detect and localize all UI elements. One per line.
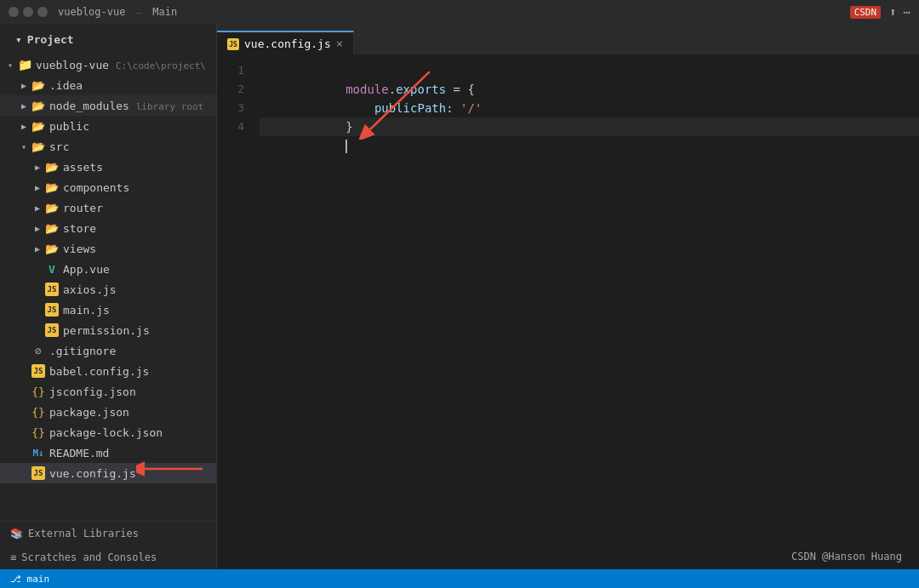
share-icon[interactable]: ⬆ xyxy=(889,5,896,19)
sidebar-footer-scratches[interactable]: ≡ Scratches and Consoles xyxy=(0,545,216,569)
tree-arrow-node-modules: ▶ xyxy=(17,101,31,111)
tree-item-gitignore[interactable]: ⊘ .gitignore xyxy=(0,340,216,361)
tree-label-axios-js: axios.js xyxy=(63,283,216,296)
git-branch: Main xyxy=(152,6,177,18)
status-bar: ⎇ main xyxy=(0,569,919,588)
folder-icon-assets: 📂 xyxy=(44,161,60,174)
tree-label-idea: .idea xyxy=(49,79,216,92)
maximize-button[interactable] xyxy=(23,7,33,17)
tree-item-app-vue[interactable]: V App.vue xyxy=(0,259,216,279)
tree-label-gitignore: .gitignore xyxy=(49,345,216,357)
sidebar-footer-external-libraries[interactable]: 📚 External Libraries xyxy=(0,522,216,545)
tree-label-views: views xyxy=(63,243,216,255)
titlebar-sep1: – xyxy=(135,6,142,19)
csdn-badge: CSDN xyxy=(850,6,882,19)
tree-arrow-views: ▶ xyxy=(31,244,44,254)
tree-item-vue-config-js[interactable]: JS vue.config.js xyxy=(0,463,216,483)
project-name: vueblog-vue xyxy=(58,6,125,18)
tree-item-readme-md[interactable]: M↓ README.md xyxy=(0,442,216,463)
cursor xyxy=(345,140,347,153)
sidebar-chevron-icon[interactable]: ▾ xyxy=(15,33,22,46)
md-file-icon: M↓ xyxy=(31,448,46,459)
tree-arrow-assets: ▶ xyxy=(31,163,44,172)
tab-vue-config-js[interactable]: JS vue.config.js × xyxy=(217,31,354,54)
tree-arrow-components: ▶ xyxy=(31,183,44,192)
tree-item-router[interactable]: ▶ 📂 router xyxy=(0,197,216,218)
folder-icon-idea: 📂 xyxy=(31,79,46,92)
line-numbers: 1 2 3 4 xyxy=(217,54,251,569)
tree-arrow-public: ▶ xyxy=(17,122,31,131)
line-num-3: 3 xyxy=(217,99,244,117)
tree-label-permission-js: permission.js xyxy=(63,324,216,337)
folder-icon-components: 📂 xyxy=(44,181,60,194)
sidebar-footer: 📚 External Libraries ≡ Scratches and Con… xyxy=(0,521,216,569)
folder-icon-store: 📂 xyxy=(44,222,60,235)
tab-icon-vue-config: JS xyxy=(227,37,239,51)
watermark: CSDN @Hanson Huang xyxy=(791,551,902,562)
sidebar-header: ▾ Project xyxy=(0,24,216,54)
tree-item-babel-config[interactable]: JS babel.config.js xyxy=(0,361,216,381)
titlebar: vueblog-vue – Main CSDN ⬆ ⋯ xyxy=(0,0,919,24)
window-controls[interactable] xyxy=(9,7,48,17)
js-file-icon-babel: JS xyxy=(31,364,46,378)
tree-label-readme-md: README.md xyxy=(49,447,216,460)
tree-label-public: public xyxy=(49,120,216,133)
folder-icon-node-modules: 📂 xyxy=(31,100,46,112)
tree-arrow-idea: ▶ xyxy=(17,81,31,90)
close-button[interactable] xyxy=(37,7,48,17)
more-icon[interactable]: ⋯ xyxy=(904,5,910,19)
tab-bar: JS vue.config.js × xyxy=(217,24,919,54)
json-file-icon-package: {} xyxy=(31,405,46,419)
keyword-module: module xyxy=(345,83,389,96)
code-area[interactable]: module.exports = { publicPath: '/' } xyxy=(251,54,919,569)
tree-item-public[interactable]: ▶ 📂 public xyxy=(0,116,216,136)
tree-label-vueblog-vue: vueblog-vue C:\code\project\ xyxy=(36,59,216,71)
tab-close-vue-config[interactable]: × xyxy=(336,37,343,49)
folder-icon-public: 📂 xyxy=(31,120,46,133)
tree-item-jsconfig-json[interactable]: {} jsconfig.json xyxy=(0,381,216,402)
tree-label-assets: assets xyxy=(63,161,216,174)
tree-item-package-lock-json[interactable]: {} package-lock.json xyxy=(0,422,216,442)
folder-icon-router: 📂 xyxy=(44,202,60,214)
tree-item-permission-js[interactable]: JS permission.js xyxy=(0,320,216,340)
tree-label-vue-config-js: vue.config.js xyxy=(49,467,216,480)
js-file-icon-permission: JS xyxy=(44,323,60,337)
tree-item-idea[interactable]: ▶ 📂 .idea xyxy=(0,75,216,95)
editor-container: JS vue.config.js × 1 2 3 4 module.export… xyxy=(217,24,919,569)
code-line-1: module.exports = { xyxy=(260,61,919,80)
tree-label-babel-config: babel.config.js xyxy=(49,365,216,378)
tree-item-assets[interactable]: ▶ 📂 assets xyxy=(0,157,216,177)
tree-item-vueblog-vue[interactable]: ▾ 📁 vueblog-vue C:\code\project\ xyxy=(0,54,216,75)
scratches-label: Scratches and Consoles xyxy=(21,551,157,563)
tree-label-src: src xyxy=(49,140,216,153)
external-libraries-label: External Libraries xyxy=(28,528,139,539)
tree-item-components[interactable]: ▶ 📂 components xyxy=(0,177,216,197)
tree-item-store[interactable]: ▶ 📂 store xyxy=(0,218,216,238)
js-file-icon-main: JS xyxy=(44,303,60,317)
prop-exports: exports xyxy=(396,83,446,96)
tree-arrow-src: ▾ xyxy=(17,142,31,151)
tree-item-src[interactable]: ▾ 📂 src xyxy=(0,136,216,157)
sidebar-tree[interactable]: ▾ 📁 vueblog-vue C:\code\project\ ▶ 📂 .id… xyxy=(0,54,216,521)
tree-item-package-json[interactable]: {} package.json xyxy=(0,402,216,422)
sidebar: ▾ Project ▾ 📁 vueblog-vue C:\code\projec… xyxy=(0,24,217,569)
external-libraries-icon: 📚 xyxy=(10,528,23,539)
titlebar-right: CSDN ⬆ ⋯ xyxy=(850,5,910,19)
tree-label-package-json: package.json xyxy=(49,406,216,419)
tree-label-main-js: main.js xyxy=(63,304,216,317)
str-slash: '/' xyxy=(460,101,482,115)
editor-content[interactable]: 1 2 3 4 module.exports = { publicPath: '… xyxy=(217,54,919,569)
tree-label-store: store xyxy=(63,222,216,235)
minimize-button[interactable] xyxy=(9,7,19,17)
tree-item-axios-js[interactable]: JS axios.js xyxy=(0,279,216,300)
code-line-4 xyxy=(260,117,919,136)
main-area: ▾ Project ▾ 📁 vueblog-vue C:\code\projec… xyxy=(0,24,919,569)
tree-item-views[interactable]: ▶ 📂 views xyxy=(0,238,216,259)
folder-icon-src: 📂 xyxy=(31,140,46,153)
tab-label-vue-config: vue.config.js xyxy=(244,37,331,50)
tree-item-main-js[interactable]: JS main.js xyxy=(0,300,216,320)
tree-item-node-modules[interactable]: ▶ 📂 node_modules library root xyxy=(0,95,216,116)
vue-file-icon: V xyxy=(44,263,60,276)
folder-icon-views: 📂 xyxy=(44,243,60,255)
titlebar-action-icons: ⬆ ⋯ xyxy=(889,5,910,19)
